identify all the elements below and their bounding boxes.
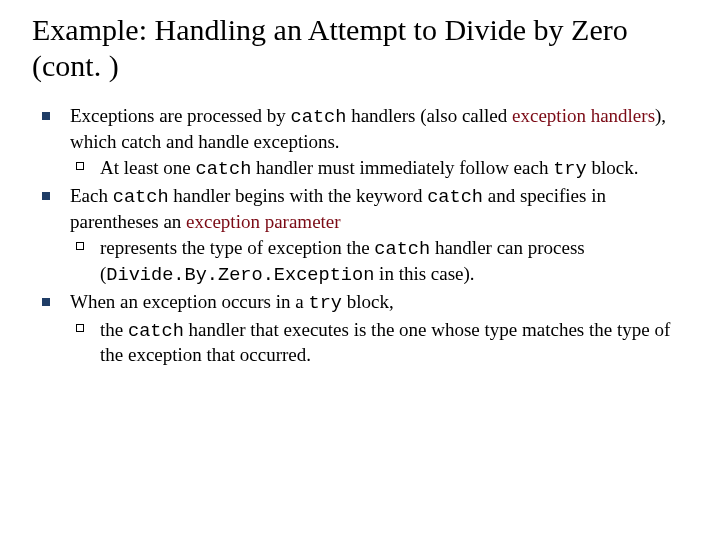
text: in this case). bbox=[374, 263, 474, 284]
text: When an exception occurs in a bbox=[70, 291, 308, 312]
code: catch bbox=[113, 186, 169, 208]
text: Exceptions are processed by bbox=[70, 105, 291, 126]
code: catch bbox=[374, 238, 430, 260]
sub-list: the catch handler that executes is the o… bbox=[70, 318, 688, 368]
bullet-item-2: Each catch handler begins with the keywo… bbox=[36, 184, 688, 288]
code: try bbox=[553, 158, 587, 180]
sub-item: At least one catch handler must immediat… bbox=[70, 156, 688, 182]
code: catch bbox=[128, 320, 184, 342]
text: At least one bbox=[100, 157, 196, 178]
bullet-item-1: Exceptions are processed by catch handle… bbox=[36, 104, 688, 182]
text: Each bbox=[70, 185, 113, 206]
code: catch bbox=[427, 186, 483, 208]
text: block. bbox=[587, 157, 639, 178]
bullet-list: Exceptions are processed by catch handle… bbox=[36, 104, 688, 368]
code: catch bbox=[291, 106, 347, 128]
bullet-item-3: When an exception occurs in a try block,… bbox=[36, 290, 688, 368]
term: exception parameter bbox=[186, 211, 341, 232]
term: exception handlers bbox=[512, 105, 655, 126]
sub-list: represents the type of exception the cat… bbox=[70, 236, 688, 288]
text: handler must immediately follow each bbox=[251, 157, 553, 178]
slide-body: Exceptions are processed by catch handle… bbox=[36, 104, 688, 368]
text: represents the type of exception the bbox=[100, 237, 374, 258]
sub-list: At least one catch handler must immediat… bbox=[70, 156, 688, 182]
sub-item: represents the type of exception the cat… bbox=[70, 236, 688, 288]
code: Divide.By.Zero.Exception bbox=[106, 264, 374, 286]
slide-title: Example: Handling an Attempt to Divide b… bbox=[32, 12, 688, 84]
code: try bbox=[308, 292, 342, 314]
text: block, bbox=[342, 291, 394, 312]
text: handler begins with the keyword bbox=[169, 185, 428, 206]
text: handlers (also called bbox=[346, 105, 512, 126]
code: catch bbox=[196, 158, 252, 180]
slide: Example: Handling an Attempt to Divide b… bbox=[0, 0, 720, 540]
text: the bbox=[100, 319, 128, 340]
sub-item: the catch handler that executes is the o… bbox=[70, 318, 688, 368]
text: handler that executes is the one whose t… bbox=[100, 319, 670, 366]
